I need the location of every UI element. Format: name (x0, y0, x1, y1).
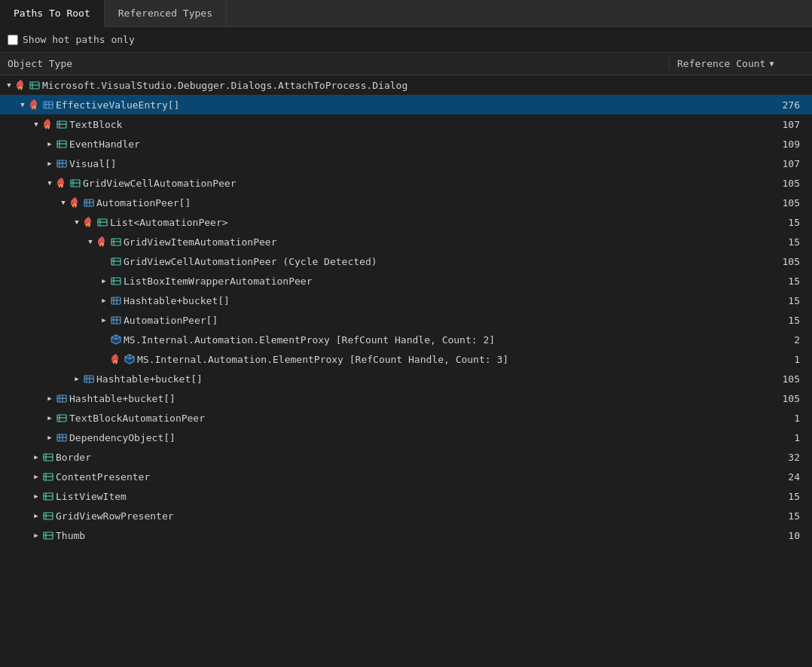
row-label: Hashtable+bucket[] (69, 393, 176, 404)
array-icon (83, 196, 95, 209)
hot-paths-checkbox-wrap[interactable]: Show hot paths only (8, 34, 135, 45)
row-label: EffectiveValueEntry[] (56, 99, 179, 111)
tree-row[interactable]: Hashtable+bucket[]105 (0, 388, 812, 408)
tree-row[interactable]: Border32 (0, 447, 812, 467)
tree-row[interactable]: ListViewItem15 (0, 486, 812, 506)
expander-collapsed[interactable] (30, 490, 42, 502)
tree-row[interactable]: Hashtable+bucket[]15 (0, 291, 812, 310)
row-label: GridViewRowPresenter (56, 510, 174, 522)
expander-expanded[interactable] (30, 118, 42, 130)
expander-expanded[interactable] (57, 196, 69, 209)
tree-row[interactable]: MS.Internal.Automation.ElementProxy [Ref… (0, 330, 812, 349)
tree-row[interactable]: AutomationPeer[]105 (0, 193, 812, 212)
class-icon (56, 138, 68, 150)
array-icon (110, 294, 122, 306)
array-icon (42, 99, 54, 111)
row-count: 107 (669, 158, 812, 169)
expander-expanded[interactable] (44, 177, 56, 189)
expander-collapsed[interactable] (44, 157, 56, 169)
row-label: MS.Internal.Automation.ElementProxy [Ref… (124, 334, 495, 346)
row-label: ContentPresenter (56, 471, 150, 483)
row-count: 1 (669, 354, 812, 365)
expander-collapsed[interactable] (30, 529, 42, 541)
flame-icon (42, 118, 54, 130)
tab-referenced-types[interactable]: Referenced Types (105, 0, 227, 26)
row-label: EventHandler (69, 139, 140, 150)
row-count: 15 (669, 491, 812, 502)
expander-expanded[interactable] (3, 79, 15, 91)
tree-row[interactable]: ContentPresenter24 (0, 467, 812, 486)
flame-icon (110, 353, 122, 365)
array-icon (83, 373, 95, 385)
expander-collapsed[interactable] (44, 138, 56, 150)
expander-collapsed[interactable] (44, 431, 56, 443)
class-icon (42, 451, 54, 463)
expander-collapsed[interactable] (98, 275, 110, 287)
column-header: Object Type Reference Count (0, 53, 812, 75)
expander-expanded[interactable] (71, 216, 83, 228)
tree-row[interactable]: ListBoxItemWrapperAutomationPeer15 (0, 271, 812, 291)
row-count: 1 (669, 432, 812, 443)
expander-collapsed[interactable] (44, 412, 56, 424)
class-icon (42, 471, 54, 483)
expander-collapsed[interactable] (30, 471, 42, 483)
hot-paths-label: Show hot paths only (23, 34, 135, 45)
array-icon (56, 431, 68, 443)
row-label: TextBlockAutomationPeer (69, 413, 205, 424)
tree-row[interactable]: List<AutomationPeer>15 (0, 212, 812, 232)
row-count: 32 (669, 452, 812, 463)
cube-icon (110, 334, 122, 346)
tree-row[interactable]: Hashtable+bucket[]105 (0, 369, 812, 388)
hot-paths-checkbox[interactable] (8, 35, 18, 45)
row-count: 105 (669, 256, 812, 267)
tree-row[interactable]: Thumb10 (0, 525, 812, 545)
class-icon (110, 236, 122, 248)
tree-container[interactable]: Microsoft.VisualStudio.Debugger.Dialogs.… (0, 75, 812, 667)
expander-collapsed[interactable] (30, 510, 42, 522)
tree-row[interactable]: MS.Internal.Automation.ElementProxy [Ref… (0, 349, 812, 369)
class-icon (29, 79, 41, 91)
tree-row[interactable]: GridViewItemAutomationPeer15 (0, 232, 812, 251)
class-icon (42, 510, 54, 522)
tree-row[interactable]: GridViewCellAutomationPeer (Cycle Detect… (0, 251, 812, 271)
row-label: Border (56, 452, 91, 463)
tree-row[interactable]: TextBlock107 (0, 114, 812, 134)
toolbar: Show hot paths only (0, 27, 812, 53)
class-icon (42, 490, 54, 502)
tree-row[interactable]: EventHandler109 (0, 134, 812, 154)
flame-icon (56, 177, 68, 189)
tree-row[interactable]: TextBlockAutomationPeer1 (0, 408, 812, 428)
row-count: 15 (669, 236, 812, 248)
row-count: 107 (669, 119, 812, 130)
row-count: 15 (669, 295, 812, 306)
tree-row[interactable]: Visual[]107 (0, 154, 812, 173)
tree-row[interactable]: AutomationPeer[]15 (0, 310, 812, 330)
tree-row[interactable]: EffectiveValueEntry[]276 (0, 95, 812, 114)
col-reference-count[interactable]: Reference Count (669, 58, 812, 69)
row-count: 105 (669, 373, 812, 385)
tab-paths-to-root[interactable]: Paths To Root (0, 0, 105, 27)
row-label: TextBlock (69, 119, 122, 130)
tree-row[interactable]: GridViewCellAutomationPeer105 (0, 173, 812, 193)
row-count: 1 (669, 413, 812, 424)
row-count: 15 (669, 276, 812, 287)
expander-expanded[interactable] (17, 99, 29, 111)
class-icon (56, 412, 68, 424)
tree-row[interactable]: GridViewRowPresenter15 (0, 506, 812, 525)
expander-expanded[interactable] (84, 236, 96, 248)
expander-collapsed[interactable] (71, 373, 83, 385)
row-label: ListViewItem (56, 491, 127, 502)
tree-row[interactable]: DependencyObject[]1 (0, 428, 812, 447)
flame-icon (69, 196, 81, 209)
tree-row[interactable]: Microsoft.VisualStudio.Debugger.Dialogs.… (0, 75, 812, 95)
expander-collapsed[interactable] (98, 294, 110, 306)
row-label: Hashtable+bucket[] (96, 373, 203, 385)
row-count: 105 (669, 197, 812, 209)
expander-collapsed[interactable] (30, 451, 42, 463)
row-label: GridViewItemAutomationPeer (124, 236, 277, 248)
flame-icon (29, 99, 41, 111)
expander-collapsed[interactable] (44, 392, 56, 404)
expander-collapsed[interactable] (98, 314, 110, 326)
array-icon (56, 157, 68, 169)
row-label: GridViewCellAutomationPeer (83, 178, 237, 189)
